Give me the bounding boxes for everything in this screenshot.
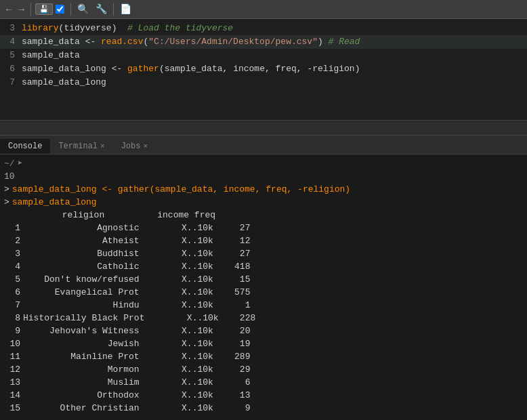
row-number: 8 (4, 312, 23, 324)
editor-line-3[interactable]: 3 library(tidyverse) # Load the tidyvers… (0, 22, 527, 35)
prompt-2: > (4, 196, 9, 209)
tab-jobs-close[interactable]: × (143, 142, 148, 150)
tab-terminal-close[interactable]: × (100, 142, 105, 150)
row-content: Atheist X..10k 12 (23, 234, 250, 247)
table-row: 1 Agnostic X..10k 27 (0, 222, 527, 234)
row-number: 13 (4, 376, 23, 389)
row-content: Agnostic X..10k 27 (23, 222, 250, 234)
tab-jobs-label: Jobs (121, 142, 141, 151)
row-number: 2 (4, 234, 23, 247)
data-header: religion income freq (0, 209, 527, 222)
row-content: Other Christian X..10k 9 (23, 402, 250, 415)
tab-terminal[interactable]: Terminal × (50, 139, 112, 154)
tab-jobs[interactable]: Jobs × (113, 139, 156, 154)
back-icon[interactable]: ← (4, 4, 14, 15)
row-content: Jehovah's Witness X..10k 20 (23, 324, 250, 337)
line-code-5: sample_data (22, 49, 524, 62)
row-content: Orthodox X..10k 13 (23, 389, 250, 402)
prompt-1: > (4, 183, 9, 196)
table-row: 14 Orthodox X..10k 13 (0, 389, 527, 402)
tab-terminal-label: Terminal (58, 142, 98, 151)
save-button[interactable]: 💾 (35, 3, 53, 15)
console-cmd-1: > sample_data_long <- gather(sample_data… (0, 183, 527, 196)
row-content: Mainline Prot X..10k 289 (23, 350, 250, 363)
row-number: 5 (4, 273, 23, 286)
row-number: 12 (4, 363, 23, 376)
line-number-4: 4 (3, 35, 22, 49)
editor-line-4[interactable]: 4 sample_data <- read.csv("C:/Users/Admi… (0, 35, 527, 49)
row-content: Muslim X..10k 6 (23, 376, 250, 389)
table-row: 3 Buddhist X..10k 27 (0, 247, 527, 260)
table-row: 13 Muslim X..10k 6 (0, 376, 527, 389)
row-content: Historically Black Prot X..10k 228 (23, 312, 255, 324)
row-number: 3 (4, 247, 23, 260)
console-tilde-line: ~/ ➤ (0, 157, 527, 170)
row-number: 6 (4, 286, 23, 299)
line-number-7: 7 (3, 76, 22, 89)
row-content: Buddhist X..10k 27 (23, 247, 250, 260)
console-prev-line: 10 (0, 170, 527, 183)
row-number: 1 (4, 222, 23, 234)
editor-panel: 3 library(tidyverse) # Load the tidyvers… (0, 19, 527, 121)
tools-icon[interactable]: 🔧 (93, 3, 109, 15)
table-row: 8Historically Black Prot X..10k 228 (0, 312, 527, 324)
editor-line-6[interactable]: 6 sample_data_long <- gather(sample_data… (0, 62, 527, 76)
row-number: 9 (4, 324, 23, 337)
cmd-text-1: sample_data_long <- gather(sample_data, … (12, 183, 350, 196)
toolbar: ← → 💾 🔍 🔧 📄 (0, 0, 527, 19)
table-row: 4 Catholic X..10k 418 (0, 260, 527, 273)
status-bar (0, 121, 527, 135)
editor-line-5[interactable]: 5 sample_data (0, 49, 527, 62)
tab-console-label: Console (8, 142, 42, 151)
search-icon[interactable]: 🔍 (75, 3, 91, 15)
cmd-text-2: sample_data_long (12, 196, 97, 209)
toolbar-separator-3 (113, 3, 114, 16)
forward-icon[interactable]: → (16, 4, 26, 15)
row-number: 15 (4, 402, 23, 415)
table-row: 12 Mormon X..10k 29 (0, 363, 527, 376)
line-code-3: library(tidyverse) # Load the tidyverse (22, 22, 524, 35)
source-on-save-checkbox[interactable] (56, 5, 64, 14)
table-row: 11 Mainline Prot X..10k 289 (0, 350, 527, 363)
toolbar-separator (30, 3, 31, 16)
line-code-7: sample_data_long (22, 76, 524, 89)
row-number: 4 (4, 260, 23, 273)
tab-console[interactable]: Console (0, 139, 50, 154)
console-cmd-2: > sample_data_long (0, 196, 527, 209)
row-content: Mormon X..10k 29 (23, 363, 250, 376)
console-panel: ~/ ➤ 10 > sample_data_long <- gather(sam… (0, 154, 527, 420)
table-row: 9 Jehovah's Witness X..10k 20 (0, 324, 527, 337)
line-number-6: 6 (3, 62, 22, 76)
line-number-5: 5 (3, 49, 22, 62)
console-arrow-icon: ➤ (18, 157, 23, 170)
row-number: 10 (4, 337, 23, 350)
table-row: 7 Hindu X..10k 1 (0, 299, 527, 312)
table-row: 5 Don't know/refused X..10k 15 (0, 273, 527, 286)
row-number: 11 (4, 350, 23, 363)
console-tilde: ~/ (4, 157, 15, 170)
row-number: 14 (4, 389, 23, 402)
row-content: Evangelical Prot X..10k 575 (23, 286, 250, 299)
row-number: 7 (4, 299, 23, 312)
new-doc-icon[interactable]: 📄 (118, 3, 133, 15)
table-row: 2 Atheist X..10k 12 (0, 234, 527, 247)
editor-content: 3 library(tidyverse) # Load the tidyvers… (0, 19, 527, 92)
row-content: Catholic X..10k 418 (23, 260, 250, 273)
line-code-4: sample_data <- read.csv("C:/Users/Admin/… (22, 35, 524, 49)
line-code-6: sample_data_long <- gather(sample_data, … (22, 62, 524, 76)
toolbar-separator-2 (70, 3, 71, 16)
editor-line-7[interactable]: 7 sample_data_long (0, 76, 527, 89)
source-on-save-label[interactable] (56, 5, 66, 14)
row-content: Jewish X..10k 19 (23, 337, 250, 350)
line-number-3: 3 (3, 22, 22, 35)
table-row: 10 Jewish X..10k 19 (0, 337, 527, 350)
row-content: Hindu X..10k 1 (23, 299, 250, 312)
row-content: Don't know/refused X..10k 15 (23, 273, 250, 286)
tab-bar: Console Terminal × Jobs × (0, 135, 527, 154)
data-table: 1 Agnostic X..10k 27 2 Atheist X..10k 12… (0, 222, 527, 415)
table-row: 15 Other Christian X..10k 9 (0, 402, 527, 415)
table-row: 6 Evangelical Prot X..10k 575 (0, 286, 527, 299)
